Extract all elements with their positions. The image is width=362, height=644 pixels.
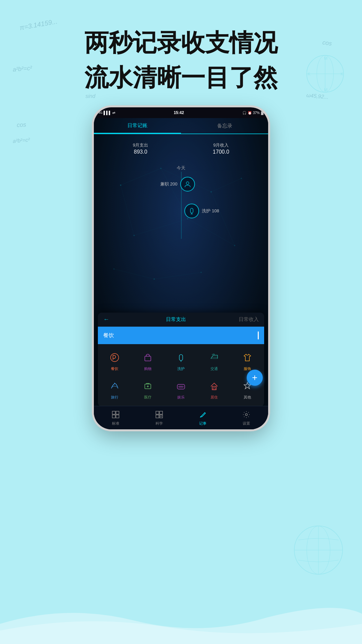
cat-medical[interactable]: 医疗: [131, 375, 164, 404]
selected-category-bar: 餐饮: [98, 327, 264, 344]
fab-add-button[interactable]: +: [247, 370, 263, 386]
headline-line2: 流水清晰一目了然: [0, 62, 362, 94]
svg-point-41: [149, 356, 149, 357]
cat-transport[interactable]: 交通: [198, 347, 231, 375]
entertainment-icon: [174, 379, 188, 393]
wifi-icon: ⇌: [112, 111, 115, 115]
tab-daily-accounting[interactable]: 日常记账: [94, 118, 181, 133]
svg-point-37: [111, 354, 119, 362]
nav-settings-label: 设置: [243, 421, 250, 426]
back-button[interactable]: ←: [103, 316, 109, 323]
svg-rect-66: [160, 411, 163, 414]
income-stat: 9月收入 1700.0: [213, 142, 229, 155]
income-tab-label[interactable]: 日常收入: [239, 316, 259, 323]
svg-point-33: [186, 182, 189, 184]
cat-hygiene[interactable]: 洗护: [164, 347, 197, 375]
dining-icon: [108, 351, 121, 364]
income-value: 1700.0: [213, 149, 229, 155]
cat-entertainment[interactable]: 娱乐: [164, 375, 197, 404]
svg-line-45: [212, 354, 214, 355]
clothing-label: 服饰: [244, 366, 251, 371]
income-title: 9月收入: [213, 142, 229, 148]
category-indicator: [258, 331, 259, 339]
selected-category-name: 餐饮: [103, 332, 114, 339]
nav-standard-label: 标准: [112, 421, 119, 426]
salary-icon: [180, 177, 195, 192]
housing-icon: [207, 379, 221, 393]
expense-tab-label[interactable]: 日常支出: [113, 316, 239, 323]
hygiene-label: 洗护 108: [202, 208, 219, 214]
science-icon: [154, 410, 164, 420]
headline: 两秒记录收支情况 流水清晰一目了然: [0, 27, 362, 94]
category-panel-header: ← 日常支出 日常收入: [98, 313, 264, 327]
category-grid: 餐饮 购物 洗护 交通: [98, 344, 264, 407]
housing-label: 居住: [210, 395, 218, 400]
expense-value: 893.0: [133, 149, 148, 155]
svg-point-40: [146, 356, 147, 357]
dining-label: 餐饮: [111, 366, 118, 371]
shopping-label: 购物: [144, 366, 152, 371]
tab-memo[interactable]: 备忘录: [181, 118, 268, 133]
cat-dining[interactable]: 餐饮: [98, 347, 131, 375]
bg-math-6: cos: [16, 121, 26, 128]
nav-settings[interactable]: 设置: [241, 410, 251, 426]
medical-icon: [141, 379, 155, 393]
svg-line-71: [204, 413, 205, 413]
status-bar: 4G ▌▌▌ ⇌ 15:42 🎧 ⏰ 37% ▓: [94, 107, 268, 118]
travel-label: 旅行: [111, 395, 118, 400]
nav-standard[interactable]: 标准: [111, 410, 121, 426]
nav-science-label: 科学: [156, 421, 163, 426]
stats-row: 9月支出 893.0 9月收入 1700.0: [94, 138, 268, 159]
svg-rect-64: [116, 415, 119, 418]
settings-icon: [241, 410, 251, 420]
shopping-icon: [141, 351, 155, 364]
svg-rect-67: [156, 415, 159, 418]
deco-globe-bottom: [292, 523, 345, 577]
battery-icon: ▓: [261, 111, 263, 115]
right-status-icons: 🎧 ⏰ 37% ▓: [242, 111, 263, 115]
headphone-icon: 🎧: [242, 111, 246, 115]
bg-math-7: a²b²=c²: [12, 137, 30, 144]
nav-science[interactable]: 科学: [154, 410, 164, 426]
expense-title: 9月支出: [133, 142, 148, 148]
timeline-item-salary: 兼职 200: [160, 177, 195, 192]
tab-bar: 日常记账 备忘录: [94, 118, 268, 134]
svg-rect-42: [179, 355, 183, 361]
phone-frame: 4G ▌▌▌ ⇌ 15:42 🎧 ⏰ 37% ▓: [94, 107, 268, 429]
time-display: 15:42: [174, 110, 184, 115]
bottom-nav: 标准 科学 记事 设置: [94, 406, 268, 429]
nav-notes[interactable]: 记事: [198, 410, 208, 426]
wave-bottom: [0, 597, 362, 644]
other-label: 其他: [244, 395, 251, 400]
phone-screen: 日常记账 备忘录 9月支出 893.0 9月收入 1700.0 今天 兼职 20…: [94, 118, 268, 429]
standard-icon: [111, 410, 121, 420]
bg-math-4: sind: [85, 93, 95, 99]
hygiene2-icon: [174, 351, 188, 364]
svg-rect-56: [213, 388, 215, 390]
hygiene2-label: 洗护: [177, 366, 185, 371]
clothing-icon: [241, 351, 254, 364]
cat-shopping[interactable]: 购物: [131, 347, 164, 375]
travel-icon: [108, 379, 121, 393]
medical-label: 医疗: [144, 395, 152, 400]
svg-rect-62: [116, 411, 119, 414]
hygiene-icon: [184, 204, 199, 218]
network-type: 4G: [99, 111, 103, 114]
today-label: 今天: [177, 165, 185, 171]
battery-pct: 37%: [253, 111, 260, 115]
svg-rect-34: [190, 208, 193, 213]
category-panel: ← 日常支出 日常收入 餐饮 餐饮: [98, 313, 264, 407]
cat-travel[interactable]: 旅行: [98, 375, 131, 404]
expense-stat: 9月支出 893.0: [133, 142, 148, 155]
cat-housing[interactable]: 居住: [198, 375, 231, 404]
headline-line1: 两秒记录收支情况: [0, 27, 362, 59]
svg-rect-65: [156, 411, 159, 414]
signal-bars: ▌▌▌: [104, 111, 111, 115]
svg-point-72: [245, 414, 247, 416]
signal-icons: 4G ▌▌▌ ⇌: [99, 111, 115, 115]
transport-icon: [207, 351, 221, 364]
nav-notes-label: 记事: [199, 421, 206, 426]
svg-rect-61: [112, 411, 115, 414]
svg-rect-55: [212, 386, 216, 390]
timeline-item-hygiene: 洗护 108: [184, 204, 219, 218]
